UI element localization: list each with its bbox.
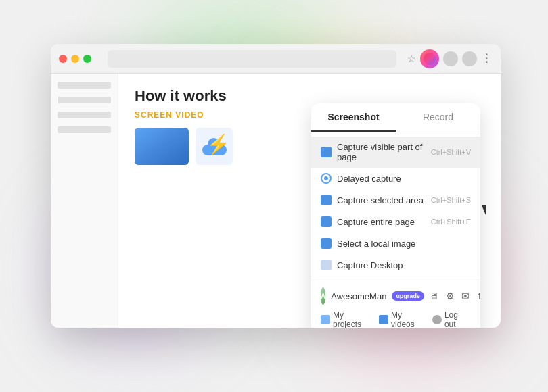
popup-tabs: Screenshot Record	[311, 103, 480, 132]
upgrade-badge[interactable]: upgrade	[392, 291, 424, 301]
minimize-button[interactable]	[71, 55, 79, 63]
my-videos-link[interactable]: My videos	[379, 310, 427, 328]
footer-icons: 🖥 ⚙ ✉ ⬆	[430, 291, 480, 301]
username: AwesomeMan	[331, 291, 386, 301]
capture-selected-shortcut: Ctrl+Shift+S	[431, 196, 471, 204]
close-button[interactable]	[59, 55, 67, 63]
monitor-icon[interactable]: 🖥	[430, 291, 439, 301]
my-videos-icon	[379, 315, 388, 324]
upload-icon[interactable]: ⬆	[476, 291, 480, 301]
delayed-capture-icon-inner	[324, 176, 328, 180]
webpage-sidebar	[51, 74, 118, 328]
user-avatar: A	[321, 287, 325, 305]
capture-visible-label: Capture visible part of page	[337, 142, 426, 162]
thumbnail-1-inner	[135, 128, 189, 165]
url-bar[interactable]	[108, 50, 396, 68]
capture-selected-icon	[321, 195, 332, 205]
browser-window: ☆ ⋮ How it works SCREEN VIDEO	[51, 44, 501, 328]
extension-icon[interactable]	[420, 49, 439, 68]
popup-menu: Capture visible part of page Ctrl+Shift+…	[311, 132, 480, 280]
mail-icon[interactable]: ✉	[461, 291, 470, 301]
capture-entire-icon	[321, 216, 332, 227]
footer-links: My projects My videos Log out	[321, 310, 471, 328]
browser-chrome: ☆ ⋮	[51, 44, 501, 74]
capture-desktop-label: Capture Desktop	[337, 260, 471, 270]
thumbnail-1	[135, 128, 189, 165]
popup-dropdown: Screenshot Record Capture visible part o…	[311, 103, 480, 328]
delayed-capture-icon	[321, 173, 332, 184]
capture-visible-shortcut: Ctrl+Shift+V	[431, 148, 471, 156]
lightning-icon: ⚡	[206, 133, 230, 155]
popup-footer: A AwesomeMan upgrade 🖥 ⚙ ✉ ⬆ My projects	[311, 280, 480, 328]
maximize-button[interactable]	[83, 55, 91, 63]
browser-btn-1[interactable]	[443, 51, 458, 66]
my-projects-label: My projects	[333, 310, 373, 328]
webpage-content: How it works SCREEN VIDEO ⚡	[51, 74, 501, 328]
my-projects-icon	[321, 315, 330, 324]
tab-record[interactable]: Record	[396, 103, 480, 132]
menu-item-capture-entire[interactable]: Capture entire page Ctrl+Shift+E	[311, 211, 480, 232]
capture-entire-label: Capture entire page	[337, 217, 426, 227]
log-out-link[interactable]: Log out	[432, 310, 471, 328]
menu-item-capture-visible[interactable]: Capture visible part of page Ctrl+Shift+…	[311, 137, 480, 168]
footer-user-row: A AwesomeMan upgrade 🖥 ⚙ ✉ ⬆	[321, 287, 471, 305]
local-image-label: Select a local image	[337, 239, 471, 249]
sidebar-line-4	[58, 126, 111, 133]
sidebar-line-1	[58, 82, 111, 89]
local-image-icon	[321, 238, 332, 249]
tab-screenshot[interactable]: Screenshot	[311, 103, 396, 132]
settings-icon[interactable]: ⚙	[446, 291, 455, 301]
browser-more-icon[interactable]: ⋮	[481, 52, 493, 65]
page-title: How it works	[135, 87, 484, 105]
menu-item-delayed-capture[interactable]: Delayed capture	[311, 168, 480, 189]
sidebar-line-2	[58, 97, 111, 103]
extension-icon-inner	[424, 53, 436, 65]
capture-entire-shortcut: Ctrl+Shift+E	[431, 218, 471, 226]
sidebar-line-3	[58, 112, 111, 118]
capture-desktop-icon	[321, 260, 332, 270]
logout-icon	[432, 315, 442, 324]
menu-item-local-image[interactable]: Select a local image	[311, 232, 480, 254]
logout-label: Log out	[444, 310, 471, 328]
browser-btn-2[interactable]	[462, 51, 477, 66]
browser-window-controls	[59, 55, 91, 63]
menu-item-capture-selected[interactable]: Capture selected area Ctrl+Shift+S	[311, 189, 480, 211]
delayed-capture-label: Delayed capture	[337, 174, 471, 184]
my-projects-link[interactable]: My projects	[321, 310, 373, 328]
my-videos-label: My videos	[391, 310, 427, 328]
browser-extension-icons: ☆ ⋮	[407, 49, 493, 68]
bookmark-icon[interactable]: ☆	[407, 53, 416, 64]
capture-visible-icon	[321, 147, 332, 157]
capture-selected-label: Capture selected area	[337, 195, 426, 205]
thumbnail-2: ⚡	[196, 128, 233, 165]
cloud-icon: ⚡	[202, 138, 227, 155]
menu-item-capture-desktop[interactable]: Capture Desktop	[311, 254, 480, 276]
